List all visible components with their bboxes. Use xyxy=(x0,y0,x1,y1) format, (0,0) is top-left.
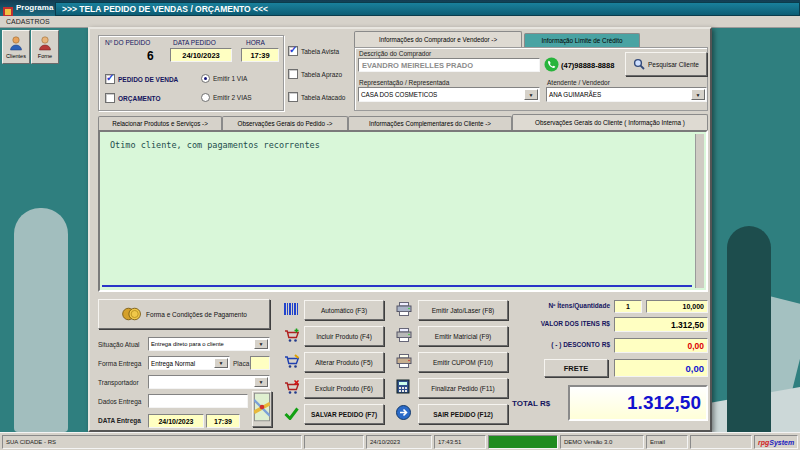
statusbar-city-text: SUA CIDADE - RS xyxy=(6,439,56,445)
valor-itens-label: VALOR DOS ITENS R$ xyxy=(510,320,610,327)
logo-system-text: System xyxy=(769,439,794,446)
excluir-produto-button[interactable]: Excluir Produto (F6) xyxy=(304,378,384,398)
atendente-value: ANA GUIMARÃES xyxy=(549,91,601,98)
itens-quantidade-label: Nº Ítens/Quantidade xyxy=(510,302,610,309)
map-route-button[interactable] xyxy=(252,391,272,427)
clients-icon xyxy=(8,35,24,52)
tab-info-complementares[interactable]: Informações Complementares do Cliente -> xyxy=(348,116,512,130)
situacao-label: Situação Atual xyxy=(98,341,140,348)
checkbox-icon xyxy=(288,92,298,102)
total-label: TOTAL R$ xyxy=(512,399,550,408)
orcamento-checkbox[interactable]: ORÇAMENTO xyxy=(105,93,161,103)
printer-receipt-icon xyxy=(396,354,412,372)
tab-comprador-vendedor[interactable]: Informações do Comprador e Vendedor -> xyxy=(354,31,522,47)
automatico-button[interactable]: Automático (F3) xyxy=(304,300,384,320)
emitir-2vias-radio[interactable]: Emitir 2 VIAS xyxy=(201,93,252,102)
window-titlebar[interactable]: >>> TELA PEDIDO DE VENDAS / ORÇAMENTO <<… xyxy=(55,2,800,16)
frete-button[interactable]: FRETE xyxy=(544,359,608,377)
placa-label: Placa xyxy=(233,360,249,367)
pedido-venda-checkbox[interactable]: PEDIDO DE VENDA xyxy=(105,74,178,84)
salvar-pedido-button[interactable]: SALVAR PEDIDO (F7) xyxy=(304,404,384,424)
emitir-cupom-label: Emitir CUPOM (F10) xyxy=(433,359,493,366)
toolbar-clientes-button[interactable]: Clientes xyxy=(2,30,30,64)
forma-pagamento-label: Forma e Condições de Pagamento xyxy=(146,311,247,318)
observacoes-textarea[interactable]: Otimo cliente, com pagamentos recorrente… xyxy=(98,130,708,292)
notes-scrollbar[interactable] xyxy=(695,134,704,288)
statusbar-date: 24/10/2023 xyxy=(366,435,432,449)
tabela-avista-label: Tabela Avista xyxy=(301,48,339,55)
finalizar-pedido-button[interactable]: Finalizar Pedido (F11) xyxy=(418,378,508,398)
statusbar-email[interactable]: Email xyxy=(646,435,688,449)
tab-observacoes-cliente[interactable]: Observações Gerais do Cliente ( Informaç… xyxy=(512,114,708,130)
statusbar-blank-1 xyxy=(304,435,364,449)
hora-pedido-value: 17:39 xyxy=(241,48,279,62)
tabela-atacado-label: Tabela Atacado xyxy=(301,94,345,101)
tab-obs-pedido-label: Observações Gerais do Pedido -> xyxy=(237,120,332,127)
statusbar-city: SUA CIDADE - RS xyxy=(2,435,302,449)
valor-itens-value: 1.312,50 xyxy=(614,317,708,332)
transportador-select[interactable] xyxy=(148,375,270,389)
tabela-atacado-checkbox[interactable]: Tabela Atacado xyxy=(288,92,345,102)
emitir-jato-button[interactable]: Emitir Jato/Laser (F8) xyxy=(418,300,508,320)
frete-label: FRETE xyxy=(564,364,589,373)
descricao-comprador-field[interactable]: EVANDRO MEIRELLES PRADO xyxy=(358,58,540,72)
statusbar: SUA CIDADE - RS 24/10/2023 17:43:51 DEMO… xyxy=(0,432,800,450)
placa-field[interactable] xyxy=(250,356,270,370)
statusbar-time: 17:43:51 xyxy=(434,435,486,449)
dados-entrega-label: Dados Entrega xyxy=(98,398,141,405)
background-art-right-figure xyxy=(727,226,771,446)
emitir-cupom-button[interactable]: Emitir CUPOM (F10) xyxy=(418,352,508,372)
logo-rpg-text: rpg xyxy=(758,439,769,446)
statusbar-date-text: 24/10/2023 xyxy=(370,439,400,445)
cart-add-icon xyxy=(284,328,300,347)
forma-pagamento-button[interactable]: Forma e Condições de Pagamento xyxy=(98,299,270,329)
toolbar-fornecedores-button[interactable]: Forne xyxy=(31,30,59,64)
tab-limite-credito[interactable]: Informação Limite de Crédito xyxy=(524,33,640,47)
cart-delete-icon xyxy=(284,380,300,399)
forma-entrega-select[interactable]: Entrega Normal xyxy=(148,356,230,370)
telefone-value: (47)98888-8888 xyxy=(561,61,614,70)
tab-credito-label: Informação Limite de Crédito xyxy=(542,37,623,44)
toolbar-forne-label: Forne xyxy=(38,53,52,59)
alterar-produto-button[interactable]: Alterar Produto (F5) xyxy=(304,352,384,372)
finalizar-pedido-label: Finalizar Pedido (F11) xyxy=(431,385,494,392)
cash-register-icon xyxy=(396,379,410,398)
sair-pedido-button[interactable]: SAIR PEDIDO (F12) xyxy=(418,404,508,424)
cart-edit-icon xyxy=(284,354,300,373)
map-route-icon xyxy=(254,392,270,426)
tabela-avista-checkbox[interactable]: Tabela Avista xyxy=(288,46,339,56)
statusbar-indicator xyxy=(488,435,558,449)
exit-icon xyxy=(396,405,411,424)
emitir-1via-radio[interactable]: Emitir 1 VIA xyxy=(201,74,247,83)
desconto-value[interactable]: 0,00 xyxy=(614,338,708,353)
quantidade-value: 10,000 xyxy=(646,300,708,313)
emitir-matricial-button[interactable]: Emitir Matricial (F9) xyxy=(418,326,508,346)
pedido-venda-label: PEDIDO DE VENDA xyxy=(118,76,178,83)
printer-matrix-icon xyxy=(396,328,412,346)
frete-value[interactable]: 0,00 xyxy=(614,359,708,377)
incluir-produto-label: Incluir Produto (F4) xyxy=(316,333,372,340)
data-entrega-label: DATA Entrega xyxy=(98,417,141,424)
checkbox-icon xyxy=(288,69,298,79)
statusbar-version-text: DEMO Versão 3.0 xyxy=(564,439,612,445)
dados-entrega-field[interactable] xyxy=(148,394,248,408)
pesquisar-cliente-button[interactable]: Pesquisar Cliente xyxy=(625,52,707,76)
statusbar-blank-2 xyxy=(690,435,752,449)
tabela-aprazo-label: Tabela Aprazo xyxy=(301,71,342,78)
tab-relacionar-produtos[interactable]: Relacionar Produtos e Serviços -> xyxy=(98,116,222,130)
comprador-panel: Descrição do Comprador EVANDRO MEIRELLES… xyxy=(354,47,708,111)
statusbar-logo: rpgSystem xyxy=(754,435,798,449)
situacao-select[interactable]: Entrega direto para o cliente xyxy=(148,337,270,351)
menu-cadastros[interactable]: CADASTROS xyxy=(6,18,50,25)
tabela-aprazo-checkbox[interactable]: Tabela Aprazo xyxy=(288,69,342,79)
incluir-produto-button[interactable]: Incluir Produto (F4) xyxy=(304,326,384,346)
whatsapp-icon[interactable] xyxy=(544,57,559,76)
sair-pedido-label: SAIR PEDIDO (F12) xyxy=(433,411,493,418)
emitir-jato-label: Emitir Jato/Laser (F8) xyxy=(432,307,495,314)
pedido-dialog: Nº DO PEDIDO 6 DATA PEDIDO 24/10/2023 HO… xyxy=(88,27,712,432)
atendente-select[interactable]: ANA GUIMARÃES xyxy=(546,87,707,102)
representacao-select[interactable]: CASA DOS COSMETICOS xyxy=(358,87,540,102)
data-entrega-value: 24/10/2023 xyxy=(148,414,204,428)
emitir-1via-label: Emitir 1 VIA xyxy=(213,75,247,82)
tab-observacoes-pedido[interactable]: Observações Gerais do Pedido -> xyxy=(222,116,348,130)
